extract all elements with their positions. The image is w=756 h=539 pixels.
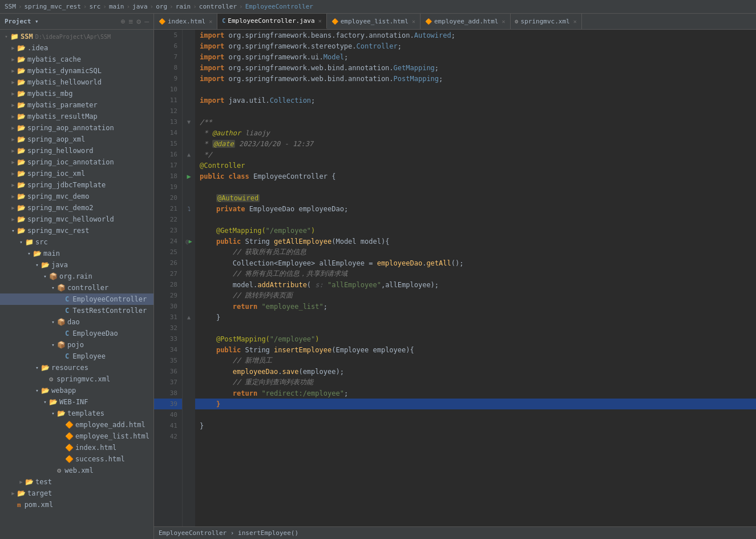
gutter-30: [183, 301, 195, 312]
collapse-all-icon[interactable]: ≡: [129, 17, 134, 26]
tree-label: mybatis_resultMap: [27, 112, 98, 120]
project-tree: ▾ 📁 SSM D:\ideaProject\Apr\SSM ▶ 📂 .idea…: [0, 30, 153, 539]
code-line-25: // 获取所有员工的信息: [195, 247, 756, 258]
run-class-icon[interactable]: ▶: [187, 172, 191, 180]
tree-item-mybatis-resultmap[interactable]: ▶ 📂 mybatis_resultMap: [0, 111, 153, 122]
tree-item-spring-helloword[interactable]: ▶ 📂 spring_helloword: [0, 145, 153, 156]
add-content-icon[interactable]: ⊕: [121, 17, 126, 26]
tree-item-templates[interactable]: ▾ 📂 templates: [0, 408, 153, 419]
breadcrumb-controller[interactable]: controller: [199, 3, 237, 10]
code-line-27: // 将所有员工的信息，共享到请求域: [195, 268, 756, 279]
tree-label: org.rain: [59, 272, 92, 280]
tree-item-employee-list[interactable]: 🔶 employee_list.html: [0, 431, 153, 442]
tree-item-mybatis-helloworld[interactable]: ▶ 📂 mybatis_helloworld: [0, 77, 153, 88]
tab-label: index.html: [168, 18, 205, 25]
tree-item-controller[interactable]: ▾ 📦 controller: [0, 282, 153, 293]
code-content[interactable]: import org.springframework.beans.factory…: [195, 30, 756, 526]
tree-item-spring-mvc-rest[interactable]: ▾ 📂 spring_mvc_rest: [0, 225, 153, 236]
gutter-20: [183, 192, 195, 203]
breadcrumb-main[interactable]: main: [109, 3, 124, 10]
tree-label: spring_aop_xml: [27, 135, 85, 143]
tree-item-pojo[interactable]: ▾ 📦 pojo: [0, 339, 153, 351]
tree-item-idea[interactable]: ▶ 📂 .idea: [0, 42, 153, 54]
tree-item-org-rain[interactable]: ▾ 📦 org.rain: [0, 271, 153, 282]
tree-item-employee-controller[interactable]: C EmployeeController: [0, 293, 153, 305]
breadcrumb-spring-mvc-rest[interactable]: spring_mvc_rest: [25, 3, 81, 10]
breadcrumb-ssm[interactable]: SSM: [5, 3, 16, 10]
tree-item-dao[interactable]: ▾ 📦 dao: [0, 316, 153, 328]
html-tab-icon: 🔶: [425, 18, 432, 25]
tree-item-web-inf[interactable]: ▾ 📂 WEB-INF: [0, 396, 153, 408]
tree-item-spring-jdbc[interactable]: ▶ 📂 spring_jdbcTemplate: [0, 179, 153, 191]
tree-item-index-html[interactable]: 🔶 index.html: [0, 442, 153, 453]
tree-item-employee-add[interactable]: 🔶 employee_add.html: [0, 419, 153, 431]
tree-item-spring-aop-annotation[interactable]: ▶ 📂 spring_aop_annotation: [0, 122, 153, 134]
code-line-15: * @date 2023/10/20 - 12:37: [195, 138, 756, 149]
close-tab-list[interactable]: ✕: [412, 18, 415, 25]
tree-label: pojo: [67, 341, 84, 349]
tree-item-pom-xml[interactable]: m pom.xml: [0, 499, 153, 510]
tree-item-spring-ioc-xml[interactable]: ▶ 📂 spring_ioc_xml: [0, 168, 153, 179]
tab-label: employee_list.html: [341, 18, 409, 25]
code-line-33: @PostMapping("/employee"): [195, 333, 756, 344]
tree-item-webapp[interactable]: ▾ 📂 webapp: [0, 385, 153, 396]
close-tab-controller[interactable]: ✕: [318, 18, 322, 24]
tree-item-springmvc-xml-res[interactable]: ⚙ springmvc.xml: [0, 373, 153, 385]
tree-item-employee[interactable]: C Employee: [0, 351, 153, 362]
fold-start-icon[interactable]: ▼: [187, 119, 191, 125]
tree-item-mybatis-dynamicSQL[interactable]: ▶ 📂 mybatis_dynamicSQL: [0, 65, 153, 77]
fold-end-icon[interactable]: ▲: [187, 151, 191, 158]
tab-springmvc-xml[interactable]: ⚙ springmvc.xml ✕: [511, 14, 582, 29]
tree-item-mybatis-cache[interactable]: ▶ 📂 mybatis_cache: [0, 54, 153, 65]
settings-icon[interactable]: ⚙: [136, 17, 141, 26]
tree-item-employee-dao[interactable]: C EmployeeDao: [0, 328, 153, 339]
tab-index-html[interactable]: 🔶 index.html ✕: [154, 14, 217, 29]
tree-root-ssm[interactable]: ▾ 📁 SSM D:\ideaProject\Apr\SSM: [0, 31, 153, 42]
breadcrumb-org[interactable]: org: [156, 3, 167, 10]
project-label[interactable]: Project ▾: [5, 18, 39, 25]
tree-item-target[interactable]: ▶ 📂 target: [0, 488, 153, 499]
close-tab-xml[interactable]: ✕: [573, 18, 577, 25]
breadcrumb-employee-controller[interactable]: EmployeeController: [245, 3, 313, 10]
tab-employee-list[interactable]: 🔶 employee_list.html ✕: [327, 14, 421, 29]
tree-item-success-html[interactable]: 🔶 success.html: [0, 453, 153, 465]
line-num-10: 10: [154, 84, 182, 95]
tree-item-resources[interactable]: ▾ 📂 resources: [0, 362, 153, 373]
breadcrumb-src[interactable]: src: [89, 3, 100, 10]
gutter-12: [183, 106, 195, 116]
tree-item-test[interactable]: ▶ 📂 test: [0, 476, 153, 488]
folder-icon: 📂: [33, 250, 42, 258]
tab-employee-controller[interactable]: C EmployeeController.java ✕: [217, 14, 326, 29]
tree-item-src[interactable]: ▾ 📁 src: [0, 236, 153, 248]
tree-item-spring-mvc-helloworld[interactable]: ▶ 📂 spring_mvc_helloworld: [0, 214, 153, 225]
autowire-icon[interactable]: ⤵: [188, 206, 191, 212]
close-tab-add[interactable]: ✕: [502, 18, 506, 25]
gutter-14: [183, 127, 195, 138]
code-line-16: */: [195, 149, 756, 160]
tree-item-web-xml[interactable]: ⚙ web.xml: [0, 465, 153, 476]
breadcrumb-bar: SSM › spring_mvc_rest › src › main › jav…: [0, 0, 756, 14]
breadcrumb-rain[interactable]: rain: [176, 3, 191, 10]
folder-icon: 📂: [17, 78, 26, 86]
fold-method-icon[interactable]: ▲: [187, 314, 191, 320]
run-method-icon[interactable]: ▶: [189, 238, 192, 244]
tree-item-spring-aop-xml[interactable]: ▶ 📂 spring_aop_xml: [0, 134, 153, 145]
tree-item-mybatis-mbg[interactable]: ▶ 📂 mybatis_mbg: [0, 88, 153, 99]
tree-item-spring-mvc-demo2[interactable]: ▶ 📂 spring_mvc_demo2: [0, 202, 153, 214]
tree-item-test-rest-controller[interactable]: C TestRestController: [0, 305, 153, 316]
tree-item-mybatis-parameter[interactable]: ▶ 📂 mybatis_parameter: [0, 99, 153, 111]
tree-item-spring-mvc-demo[interactable]: ▶ 📂 spring_mvc_demo: [0, 191, 153, 202]
gutter-8: [183, 62, 195, 73]
gutter-6: [183, 41, 195, 51]
tree-item-main[interactable]: ▾ 📂 main: [0, 248, 153, 259]
line-num-30: 30: [154, 301, 182, 312]
tree-item-spring-ioc-annotation[interactable]: ▶ 📂 spring_ioc_annotation: [0, 156, 153, 168]
src-folder-icon: 📁: [25, 238, 34, 246]
hide-icon[interactable]: —: [144, 17, 149, 26]
tree-item-java[interactable]: ▾ 📂 java: [0, 259, 153, 271]
code-line-12: [195, 106, 756, 116]
tab-employee-add[interactable]: 🔶 employee_add.html ✕: [421, 14, 511, 29]
close-tab-index[interactable]: ✕: [209, 18, 212, 25]
breadcrumb-java[interactable]: java: [132, 3, 148, 10]
folder-icon: 📂: [41, 364, 50, 372]
